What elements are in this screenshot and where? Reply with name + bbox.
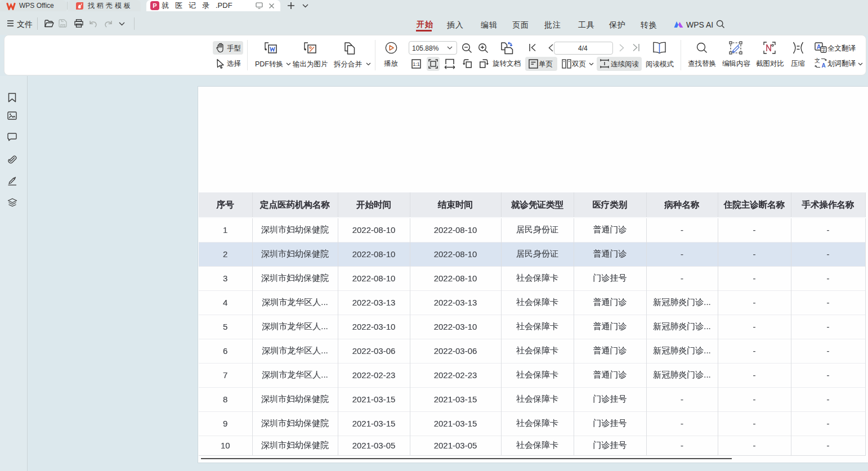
svg-text:P: P: [153, 2, 156, 9]
svg-text:字: 字: [821, 47, 826, 52]
svg-text:1:1: 1:1: [413, 61, 420, 67]
svg-text:A: A: [821, 62, 825, 69]
svg-text:文: 文: [815, 57, 820, 64]
